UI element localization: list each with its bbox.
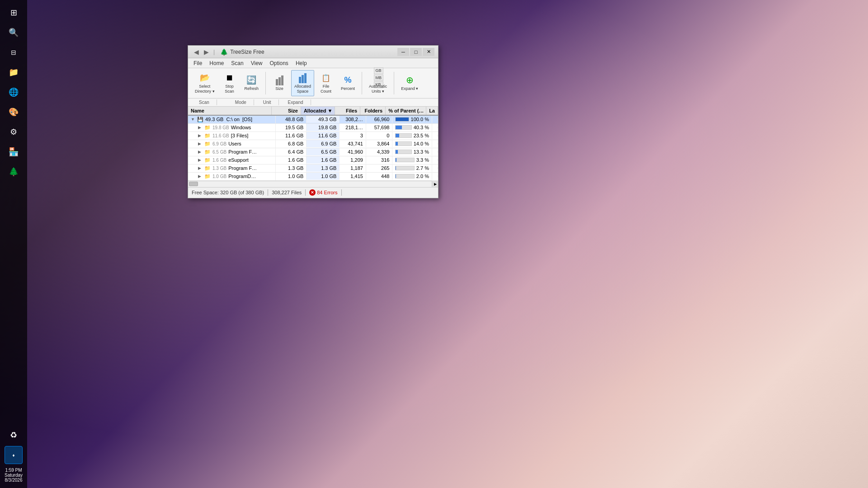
menu-view[interactable]: View	[247, 59, 266, 67]
task-view-button[interactable]: ⊟	[5, 43, 23, 61]
percent-button[interactable]: % Percent	[338, 72, 358, 94]
folder-icon: 📁	[204, 174, 211, 179]
expand-button[interactable]: ⊕ Expand ▾	[398, 72, 421, 94]
folder-icon: 📁	[204, 157, 211, 163]
error-icon: ✕	[309, 189, 316, 196]
cell-size: 6.8 GB	[276, 140, 307, 147]
folder-icon[interactable]: 📁	[5, 63, 23, 81]
table-row[interactable]: ▶ 📁 1.6 GB eSupport 1.6 GB 1.6 GB 1,209 …	[188, 156, 438, 164]
scan-group-label: Scan	[192, 99, 217, 105]
row-name-text: Program F…	[228, 165, 257, 171]
cell-name: ▼ 💾 49.3 GB C:\ on [OS]	[188, 116, 276, 123]
table-row[interactable]: ▶ 📁 11.6 GB [3 Files] 11.6 GB 11.6 GB 3 …	[188, 132, 438, 140]
allocated-space-button[interactable]: AllocatedSpace	[291, 70, 314, 96]
col-size-header[interactable]: Size	[272, 107, 301, 115]
cell-allocated: 19.8 GB	[307, 124, 340, 131]
bar-bg	[395, 141, 411, 146]
expand-icon: ⊕	[404, 75, 415, 85]
bar-fill	[396, 166, 396, 170]
menu-file[interactable]: File	[190, 59, 206, 67]
expand-arrow[interactable]: ▶	[198, 158, 203, 162]
maximize-button[interactable]: □	[410, 48, 422, 56]
expand-arrow[interactable]: ▶	[198, 166, 203, 170]
expand-arrow[interactable]: ▶	[198, 141, 203, 146]
col-name-header[interactable]: Name	[188, 107, 272, 115]
h-scrollbar-thumb[interactable]	[189, 182, 198, 186]
mb-btn[interactable]: MB	[374, 75, 384, 81]
table-row[interactable]: ▶ 📁 1.0 GB ProgramD… 1.0 GB 1.0 GB 1,415…	[188, 173, 438, 181]
treesize-taskbar-icon[interactable]: 🌲	[5, 163, 23, 181]
bar-fill	[396, 134, 399, 137]
menu-scan[interactable]: Scan	[227, 59, 247, 67]
expand-arrow[interactable]: ▶	[198, 125, 203, 130]
menu-options[interactable]: Options	[266, 59, 292, 67]
start-button[interactable]: ⊞	[5, 4, 23, 22]
col-percent-header[interactable]: % of Parent (…	[386, 107, 426, 115]
percent-bar: 100.0 %	[395, 117, 429, 122]
table-row[interactable]: ▶ 📁 6.9 GB Users 6.8 GB 6.9 GB 43,741 3,…	[188, 140, 438, 148]
browser-icon[interactable]: 🌐	[5, 83, 23, 101]
minimize-button[interactable]: ─	[397, 48, 409, 56]
row-name-content: ▶ 📁 19.8 GB Windows	[191, 125, 273, 131]
percent-text: 3.3 %	[416, 157, 429, 163]
select-directory-button[interactable]: 📂 SelectDirectory ▾	[192, 70, 218, 96]
menu-help[interactable]: Help	[292, 59, 311, 67]
search-button[interactable]: 🔍	[5, 23, 23, 42]
stop-scan-button[interactable]: ⏹ StopScan	[220, 70, 240, 96]
toolbar-sep-3	[394, 72, 394, 94]
window-title: TreeSize Free	[230, 49, 397, 55]
row-name-content: ▶ 📁 1.0 GB ProgramD…	[191, 174, 273, 179]
table-row[interactable]: ▶ 📁 19.8 GB Windows 19.5 GB 19.8 GB 218,…	[188, 124, 438, 132]
col-allocated-header[interactable]: Allocated ▼	[301, 107, 335, 115]
file-count-button[interactable]: 📋 FileCount	[316, 70, 336, 96]
task-icon-2[interactable]: ♦	[5, 446, 23, 464]
expand-arrow[interactable]: ▶	[198, 174, 203, 178]
percent-bar: 40.3 %	[395, 125, 429, 130]
errors-text: 84 Errors	[317, 190, 337, 195]
automatic-units-button[interactable]: GB MB KB AutomaticUnits ▾	[366, 70, 390, 96]
taskbar: ⊞ 🔍 ⊟ 📁 🌐 🎨 ⚙ 🏪 🌲 ♻ ♦ 1:59 PM Saturday 8…	[0, 0, 27, 488]
cell-last	[432, 167, 438, 169]
table-row[interactable]: ▼ 💾 49.3 GB C:\ on [OS] 48.8 GB 49.3 GB …	[188, 116, 438, 124]
col-files-header[interactable]: Files	[335, 107, 360, 115]
cell-percent: 100.0 %	[392, 116, 432, 123]
table-row[interactable]: ▶ 📁 6.5 GB Program F… 6.4 GB 6.5 GB 41,9…	[188, 148, 438, 156]
size-pre: 1.6 GB	[212, 158, 226, 163]
cell-files: 218,1…	[340, 124, 366, 131]
bar-fill	[396, 126, 402, 129]
errors-badge[interactable]: ✕ 84 Errors	[309, 189, 337, 196]
expand-arrow[interactable]: ▼	[191, 117, 195, 122]
gb-btn[interactable]: GB	[374, 67, 384, 74]
cell-files: 43,741	[340, 140, 366, 147]
folder-icon: 📁	[204, 133, 211, 139]
col-last-header[interactable]: La	[426, 107, 438, 115]
refresh-button[interactable]: 🔄 Refresh	[241, 72, 262, 94]
scroll-right-btn[interactable]: ▶	[432, 181, 438, 187]
unit-group-label: Unit	[254, 99, 279, 105]
close-button[interactable]: ✕	[423, 48, 434, 56]
table-row[interactable]: ▶ 📁 1.3 GB Program F… 1.3 GB 1.3 GB 1,18…	[188, 164, 438, 173]
row-name-content: ▶ 📁 6.9 GB Users	[191, 141, 273, 147]
stop-scan-icon: ⏹	[224, 72, 235, 83]
store-icon[interactable]: 🏪	[5, 143, 23, 161]
cell-size: 1.3 GB	[276, 164, 307, 172]
cell-percent: 3.3 %	[392, 156, 432, 164]
expand-arrow[interactable]: ▶	[198, 133, 203, 138]
h-scrollbar[interactable]: ▶	[188, 181, 438, 187]
window-controls: ─ □ ✕	[397, 48, 434, 56]
nav-sep: |	[213, 49, 215, 55]
size-button[interactable]: Size	[269, 72, 289, 94]
percent-text: 13.3 %	[414, 149, 429, 155]
col-folders-header[interactable]: Folders	[360, 107, 386, 115]
settings-icon[interactable]: ⚙	[5, 123, 23, 141]
recycle-bin-icon[interactable]: ♻	[5, 426, 23, 444]
menu-home[interactable]: Home	[206, 59, 227, 67]
forward-button[interactable]: ▶	[202, 47, 211, 56]
expand-group-label: Expand	[279, 99, 311, 105]
paint-icon[interactable]: 🎨	[5, 103, 23, 121]
expand-arrow[interactable]: ▶	[198, 150, 203, 154]
back-button[interactable]: ◀	[192, 47, 201, 56]
row-name-text: [3 Files]	[231, 133, 249, 138]
row-name-text: Program F…	[228, 149, 257, 155]
cell-percent: 14.0 %	[392, 140, 432, 147]
